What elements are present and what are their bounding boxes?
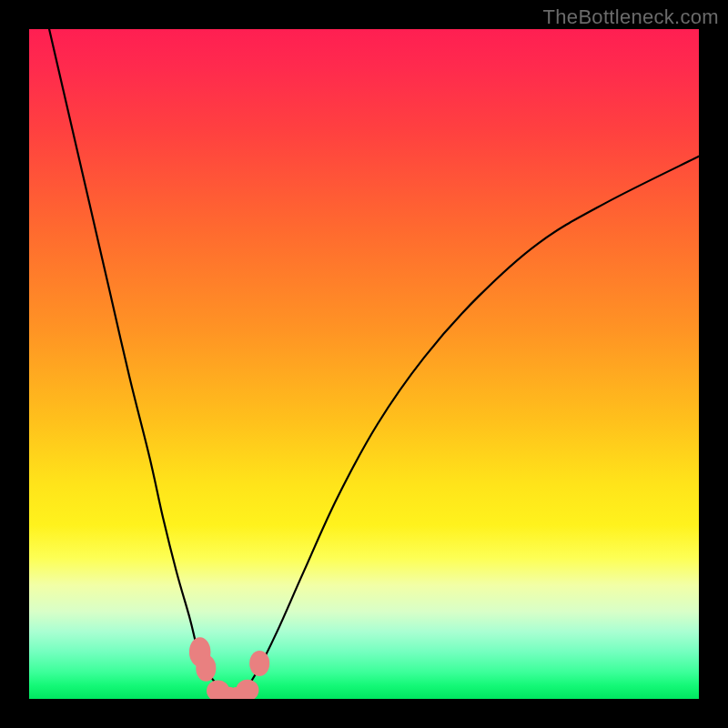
marker-point-1 [196,654,216,681]
plot-area [29,29,699,699]
chart-svg [29,29,699,699]
marker-point-5 [236,680,258,699]
curve-left-branch [49,29,230,696]
watermark-text: TheBottleneck.com [543,5,719,29]
outer-frame: TheBottleneck.com [0,0,728,728]
curve-right-branch [244,157,699,693]
marker-point-6 [249,651,269,676]
